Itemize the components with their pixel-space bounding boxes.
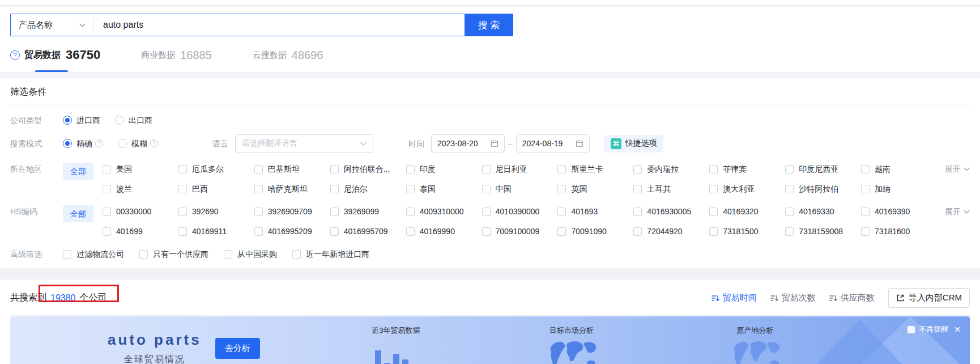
hs-all-chip[interactable]: 全部: [63, 205, 93, 222]
start-date-picker[interactable]: 2023-08-20: [431, 134, 505, 153]
region-checkbox-item[interactable]: 委内瑞拉: [633, 163, 709, 175]
region-checkbox-item[interactable]: 斯里兰卡: [557, 163, 633, 175]
tab-cloud-search-data[interactable]: 云搜数据 48696: [253, 49, 323, 63]
search-button[interactable]: 搜 索: [465, 14, 513, 36]
hs-checkbox-item[interactable]: 4010390000: [482, 205, 558, 218]
checkbox-icon[interactable]: [785, 227, 794, 236]
sort-trade-time[interactable]: 贸易时间: [711, 293, 757, 303]
hs-checkbox-item[interactable]: 401699: [103, 225, 178, 238]
checkbox-icon[interactable]: [482, 227, 491, 236]
region-checkbox-item[interactable]: 菲律宾: [709, 163, 785, 175]
hs-checkbox-item[interactable]: 4016995209: [254, 225, 330, 238]
checkbox-icon[interactable]: [103, 208, 111, 216]
region-checkbox-item[interactable]: 厄瓜多尔: [178, 163, 254, 175]
checkbox-icon[interactable]: [178, 208, 187, 216]
checkbox-icon[interactable]: [482, 165, 491, 173]
end-date-picker[interactable]: 2024-08-19: [516, 134, 590, 153]
checkbox-icon[interactable]: [633, 227, 642, 236]
region-all-chip[interactable]: 全部: [63, 163, 93, 180]
region-checkbox-item[interactable]: 哈萨克斯坦: [254, 183, 330, 195]
hs-checkbox-item[interactable]: 00330000: [103, 205, 178, 218]
checkbox-icon[interactable]: [330, 227, 339, 236]
radio-exporter[interactable]: 出口商: [115, 114, 152, 126]
checkbox-icon[interactable]: [224, 250, 232, 259]
advanced-checkbox-item[interactable]: 过滤物流公司: [63, 248, 124, 260]
hs-checkbox-item[interactable]: 40169911: [178, 225, 254, 238]
radio-icon[interactable]: [63, 139, 72, 148]
analysis-banner[interactable]: auto parts 全球贸易情况 去分析 近3年贸易数据 目标市场分析: [10, 316, 970, 364]
checkbox-icon[interactable]: [709, 185, 718, 193]
hs-checkbox-item[interactable]: 40169320: [709, 205, 785, 218]
checkbox-icon[interactable]: [178, 165, 187, 173]
radio-icon[interactable]: [115, 116, 124, 125]
region-checkbox-item[interactable]: 波兰: [103, 183, 178, 195]
checkbox-icon[interactable]: [633, 165, 642, 173]
info-circle-icon[interactable]: ?: [95, 139, 103, 147]
checkbox-icon[interactable]: [330, 208, 339, 216]
hs-checkbox-item[interactable]: 7009100009: [482, 225, 558, 238]
checkbox-icon[interactable]: [709, 208, 718, 216]
region-checkbox-item[interactable]: 阿拉伯联合...: [330, 163, 406, 175]
region-checkbox-item[interactable]: 越南: [861, 163, 937, 175]
hs-checkbox-item[interactable]: 4016930005: [633, 205, 709, 218]
advanced-checkbox-item[interactable]: 从中国采购: [224, 248, 277, 260]
checkbox-icon[interactable]: [785, 208, 794, 216]
region-checkbox-item[interactable]: 泰国: [406, 183, 482, 195]
question-circle-icon[interactable]: ?: [10, 50, 20, 60]
region-checkbox-item[interactable]: 英国: [557, 183, 633, 195]
hs-checkbox-item[interactable]: 72044920: [633, 225, 709, 238]
info-circle-icon[interactable]: ?: [150, 139, 158, 147]
hs-checkbox-item[interactable]: 3926909709: [254, 205, 330, 218]
hs-checkbox-item[interactable]: 73181600: [861, 225, 937, 238]
checkbox-icon[interactable]: [178, 227, 187, 236]
checkbox-icon[interactable]: [861, 185, 870, 193]
quick-options-button[interactable]: ⌘ 快捷选项: [604, 135, 663, 153]
checkbox-icon[interactable]: [254, 165, 263, 173]
checkbox-icon[interactable]: [406, 227, 415, 236]
checkbox-icon[interactable]: [785, 185, 794, 193]
checkbox-icon[interactable]: [330, 185, 339, 193]
search-input[interactable]: auto parts: [94, 20, 465, 30]
region-checkbox-item[interactable]: 加纳: [861, 183, 937, 195]
region-checkbox-item[interactable]: 美国: [103, 163, 178, 175]
tab-trade-data[interactable]: ? 贸易数据 36750: [10, 48, 100, 64]
checkbox-icon[interactable]: [406, 208, 415, 216]
hs-expand-toggle[interactable]: 展开: [945, 205, 970, 218]
hs-checkbox-item[interactable]: 4009310000: [406, 205, 482, 218]
region-checkbox-item[interactable]: 澳大利亚: [709, 183, 785, 195]
hs-checkbox-item[interactable]: 39269099: [330, 205, 406, 218]
hs-checkbox-item[interactable]: 4016995709: [330, 225, 406, 238]
checkbox-icon[interactable]: [785, 165, 794, 173]
checkbox-icon[interactable]: [254, 227, 263, 236]
checkbox-icon[interactable]: [178, 185, 187, 193]
checkbox-icon[interactable]: [861, 165, 870, 173]
close-icon[interactable]: ✕: [954, 325, 961, 334]
checkbox-icon[interactable]: [482, 208, 491, 216]
region-checkbox-item[interactable]: 尼日利亚: [482, 163, 558, 175]
region-checkbox-item[interactable]: 尼泊尔: [330, 183, 406, 195]
dismiss-checkbox-icon[interactable]: [907, 326, 915, 333]
language-select[interactable]: 请选择翻译语言: [235, 134, 373, 153]
sort-supplier-count[interactable]: 供应商数: [829, 293, 875, 303]
hs-checkbox-item[interactable]: 401693: [557, 205, 633, 218]
checkbox-icon[interactable]: [254, 208, 263, 216]
checkbox-icon[interactable]: [709, 227, 718, 236]
checkbox-icon[interactable]: [861, 208, 870, 216]
checkbox-icon[interactable]: [103, 165, 111, 173]
search-category-select[interactable]: 产品名称: [11, 20, 93, 31]
checkbox-icon[interactable]: [861, 227, 870, 236]
dismiss-banner-control[interactable]: 不再提醒 ✕: [907, 324, 961, 335]
checkbox-icon[interactable]: [557, 208, 566, 216]
checkbox-icon[interactable]: [557, 185, 566, 193]
region-checkbox-item[interactable]: 沙特阿拉伯: [785, 183, 861, 195]
checkbox-icon[interactable]: [633, 208, 642, 216]
hs-checkbox-item[interactable]: 392690: [178, 205, 254, 218]
hs-checkbox-item[interactable]: 40169390: [861, 205, 937, 218]
region-expand-toggle[interactable]: 展开: [945, 163, 970, 175]
checkbox-icon[interactable]: [139, 250, 148, 259]
advanced-checkbox-item[interactable]: 近一年新增进口商: [292, 248, 369, 260]
region-checkbox-item[interactable]: 巴基斯坦: [254, 163, 330, 175]
region-checkbox-item[interactable]: 印度尼西亚: [785, 163, 861, 175]
hs-checkbox-item[interactable]: 40169990: [406, 225, 482, 238]
hs-checkbox-item[interactable]: 70091090: [557, 225, 633, 238]
